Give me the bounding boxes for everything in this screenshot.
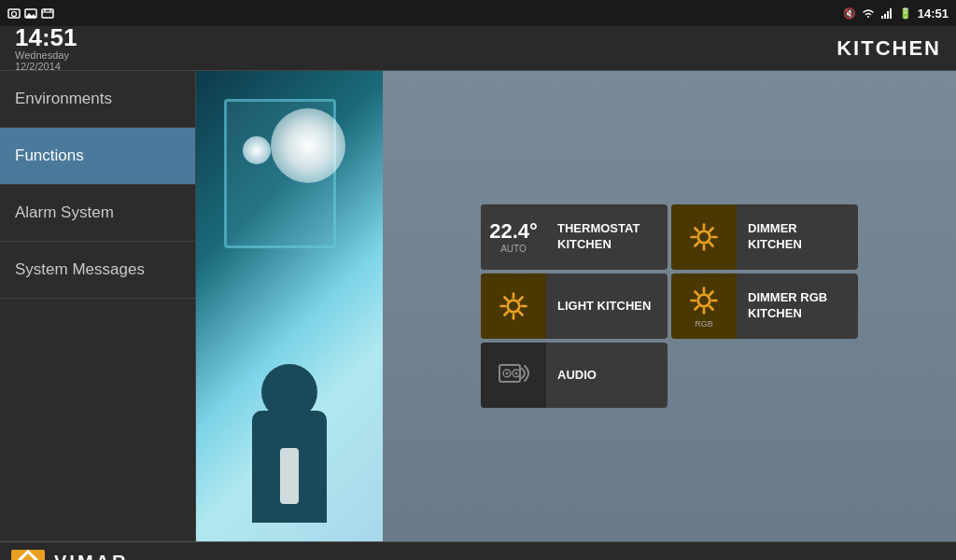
svg-point-12	[698, 231, 710, 244]
audio-icon-block	[481, 343, 546, 408]
svg-line-38	[695, 306, 697, 309]
svg-line-27	[519, 312, 522, 315]
sidebar-item-alarm[interactable]: Alarm System	[0, 185, 195, 242]
dimmer-rgb-icon-block: RGB	[671, 273, 737, 339]
header-date-day: Wednesday	[15, 49, 77, 61]
dimmer-kitchen-label: DIMMER KITCHEN	[737, 214, 858, 260]
sidebar-item-environments[interactable]: Environments	[0, 71, 195, 128]
status-bar: 🔇 🔋 14:51	[0, 0, 956, 26]
svg-rect-4	[42, 9, 53, 18]
svg-line-19	[710, 228, 712, 231]
thermostat-icon-block: 22.4° AUTO	[481, 204, 546, 270]
thermostat-widget[interactable]: 22.4° AUTO THERMOSTAT KITCHEN	[481, 204, 668, 270]
content-area: 22.4° AUTO THERMOSTAT KITCHEN	[383, 71, 956, 541]
dimmer-rgb-gear-icon	[687, 284, 721, 317]
header-date-num: 12/2/2014	[15, 61, 77, 72]
svg-line-36	[710, 306, 712, 309]
audio-label: AUDIO	[546, 360, 668, 391]
image-icon	[24, 7, 37, 19]
light-gear-icon	[497, 289, 530, 323]
signal-icon	[880, 7, 893, 19]
header-room-title: KITCHEN	[836, 36, 941, 61]
svg-marker-3	[25, 13, 36, 18]
audio-widget[interactable]: AUDIO	[481, 343, 668, 408]
status-time: 14:51	[918, 7, 949, 21]
footer: VIMAR	[0, 541, 956, 560]
app-header: 14:51 Wednesday 12/2/2014 KITCHEN	[0, 26, 956, 71]
light-kitchen-icon-block	[481, 273, 546, 339]
svg-line-26	[504, 297, 507, 300]
dimmer-kitchen-icon-block	[671, 204, 737, 270]
dimmer-rgb-label: DIMMER RGB KITCHEN	[737, 283, 858, 329]
status-bar-right: 🔇 🔋 14:51	[843, 7, 949, 21]
thermostat-temp: 22.4°	[489, 221, 538, 242]
svg-point-30	[698, 295, 710, 307]
svg-line-28	[519, 297, 522, 300]
thermostat-mode: AUTO	[500, 244, 527, 254]
person-detail	[280, 448, 299, 504]
screenshot-icon	[7, 7, 21, 19]
header-left: 14:51 Wednesday 12/2/2014	[15, 25, 77, 72]
footer-brand-name: VIMAR	[54, 552, 128, 560]
illustration-panel	[196, 71, 383, 541]
status-bar-left-icons	[7, 7, 54, 19]
svg-rect-10	[887, 11, 889, 19]
vimar-logo-diamond	[15, 549, 41, 560]
header-clock: 14:51	[15, 25, 77, 49]
svg-rect-9	[884, 14, 886, 19]
svg-point-41	[506, 372, 509, 375]
svg-line-17	[695, 228, 697, 231]
vimar-logo-box	[11, 550, 45, 561]
audio-player-icon	[496, 357, 531, 393]
calendar-icon	[41, 7, 54, 19]
light-orb-small	[243, 136, 271, 164]
person-body	[252, 411, 327, 523]
svg-rect-11	[890, 8, 892, 19]
sidebar-item-functions[interactable]: Functions	[0, 128, 195, 185]
svg-point-43	[515, 372, 518, 375]
battery-warning-icon: 🔋	[899, 7, 912, 20]
dimmer-kitchen-widget[interactable]: DIMMER KITCHEN	[671, 204, 858, 270]
wifi-icon	[862, 7, 875, 19]
svg-line-35	[695, 291, 697, 294]
svg-point-1	[12, 12, 17, 17]
svg-rect-8	[881, 16, 883, 19]
dimmer-rgb-widget[interactable]: RGB DIMMER RGB KITCHEN	[671, 273, 858, 339]
widgets-grid: 22.4° AUTO THERMOSTAT KITCHEN	[481, 204, 858, 408]
svg-line-20	[695, 243, 697, 245]
svg-line-29	[504, 312, 507, 315]
sidebar: Environments Functions Alarm System Syst…	[0, 71, 196, 541]
svg-line-18	[710, 243, 712, 245]
rgb-badge: RGB	[695, 319, 713, 329]
light-kitchen-label: LIGHT KITCHEN	[546, 291, 668, 322]
dimmer-gear-icon	[687, 220, 721, 254]
light-orb-large	[271, 108, 345, 183]
main-layout: Environments Functions Alarm System Syst…	[0, 71, 956, 541]
svg-point-21	[508, 301, 520, 313]
sidebar-item-messages[interactable]: System Messages	[0, 242, 195, 299]
mute-icon: 🔇	[843, 7, 856, 20]
light-kitchen-widget[interactable]: LIGHT KITCHEN	[481, 273, 668, 339]
svg-line-37	[710, 291, 712, 294]
thermostat-label: THERMOSTAT KITCHEN	[546, 214, 668, 260]
